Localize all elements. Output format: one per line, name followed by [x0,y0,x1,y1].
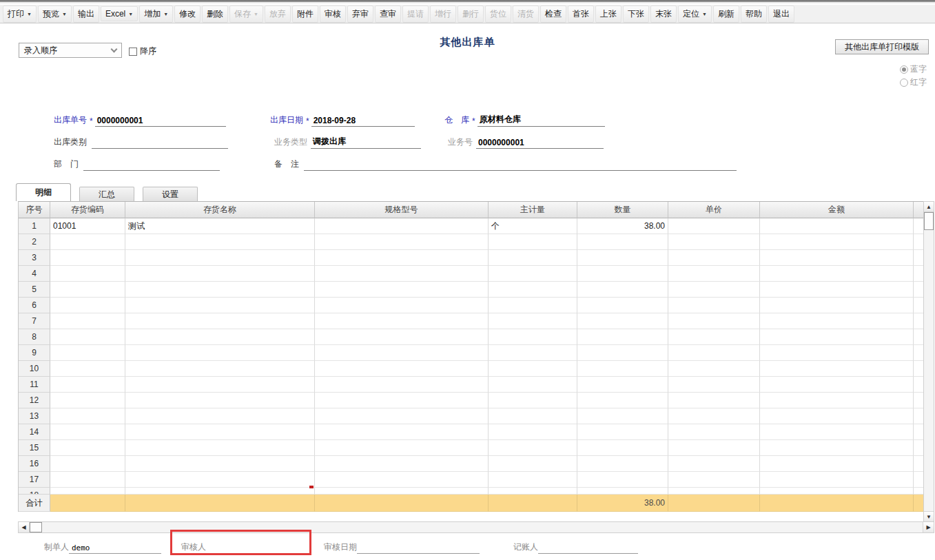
toolbar-button-locate[interactable]: 定位▼ [678,6,712,23]
grid-cell[interactable] [760,266,914,282]
grid-cell[interactable] [125,377,315,393]
grid-cell[interactable] [668,440,760,456]
toolbar-button-delete[interactable]: 删除 [202,6,228,23]
grid-cell[interactable] [125,361,315,377]
grid-cell[interactable] [125,234,315,250]
grid-cell[interactable] [760,298,914,313]
grid-cell[interactable]: 个 [489,218,577,234]
grid-cell[interactable] [50,440,125,456]
grid-cell[interactable] [668,345,760,361]
grid-cell[interactable] [668,282,760,298]
grid-cell[interactable]: 测试 [125,218,315,234]
grid-cell[interactable] [760,456,914,472]
toolbar-button-prev[interactable]: 上张 [595,6,621,23]
grid-cell[interactable] [315,282,489,298]
grid-cell[interactable]: 01001 [50,218,125,234]
grid-cell[interactable] [668,393,760,408]
grid-cell[interactable] [760,218,914,234]
memo-input[interactable] [304,169,737,171]
grid-cell[interactable] [760,282,914,298]
grid-cell[interactable] [125,408,315,424]
grid-cell[interactable] [315,329,489,345]
grid-cell[interactable] [50,377,125,393]
grid-cell[interactable] [489,488,577,495]
grid-cell[interactable] [50,408,125,424]
grid-cell[interactable] [315,472,489,488]
grid-cell[interactable] [668,377,760,393]
grid-cell[interactable] [489,329,577,345]
grid-cell[interactable] [315,345,489,361]
grid-cell[interactable] [577,361,668,377]
grid-cell[interactable] [668,234,760,250]
grid-cell[interactable] [489,377,577,393]
grid-cell[interactable] [50,282,125,298]
toolbar-button-refresh[interactable]: 刷新 [713,6,739,23]
grid-cell[interactable] [489,408,577,424]
grid-cell[interactable] [760,234,914,250]
grid-cell[interactable] [125,393,315,408]
grid-cell[interactable] [577,393,668,408]
grid-cell[interactable] [125,345,315,361]
order-number-input[interactable]: 0000000001 [95,116,226,127]
order-date-input[interactable]: 2018-09-28 [311,116,415,127]
grid-cell[interactable] [50,345,125,361]
grid-cell[interactable] [577,424,668,440]
horizontal-scroll-thumb[interactable] [30,522,42,532]
grid-cell[interactable] [50,393,125,408]
scroll-up-button[interactable]: ▲ [924,202,934,212]
grid-cell[interactable] [50,456,125,472]
grid-cell[interactable] [668,408,760,424]
grid-cell[interactable] [125,250,315,266]
radio-red-ink[interactable]: 红字 [900,76,927,88]
grid-cell[interactable] [577,472,668,488]
scroll-right-button[interactable]: ▶ [923,522,934,532]
grid-cell[interactable] [489,313,577,329]
grid-cell[interactable] [577,329,668,345]
grid-cell[interactable] [577,282,668,298]
tab-summary[interactable]: 汇总 [79,187,134,201]
grid-cell[interactable] [50,298,125,313]
grid-cell[interactable] [125,266,315,282]
toolbar-button-print[interactable]: 打印▼ [3,6,37,23]
grid-cell[interactable] [50,424,125,440]
grid-cell[interactable] [125,424,315,440]
grid-cell[interactable] [315,393,489,408]
grid-cell[interactable] [50,234,125,250]
grid-cell[interactable] [489,250,577,266]
grid-cell[interactable] [50,488,125,495]
toolbar-button-audit[interactable]: 审核 [320,6,346,23]
toolbar-button-exit[interactable]: 退出 [768,6,794,23]
toolbar-button-first[interactable]: 首张 [568,6,594,23]
grid-cell[interactable] [577,345,668,361]
grid-cell[interactable] [760,408,914,424]
grid-cell[interactable] [577,313,668,329]
grid-cell[interactable] [315,440,489,456]
grid-cell[interactable] [760,377,914,393]
grid-cell[interactable] [50,329,125,345]
grid-cell[interactable] [315,266,489,282]
grid-cell[interactable] [760,313,914,329]
grid-cell[interactable] [577,408,668,424]
grid-cell[interactable] [668,456,760,472]
toolbar-button-last[interactable]: 末张 [650,6,677,23]
grid-cell[interactable] [315,234,489,250]
grid-cell[interactable] [577,377,668,393]
grid-cell[interactable] [125,488,315,495]
grid-cell[interactable] [668,472,760,488]
grid-cell[interactable] [760,393,914,408]
grid-cell[interactable] [315,408,489,424]
grid-cell[interactable] [315,377,489,393]
grid-cell[interactable] [125,329,315,345]
grid-cell[interactable] [315,298,489,313]
department-input[interactable] [83,169,220,171]
grid-cell[interactable] [50,250,125,266]
vertical-scrollbar[interactable]: ▲ ▼ [923,201,934,522]
grid-cell[interactable] [489,345,577,361]
toolbar-button-unaudit[interactable]: 弃审 [347,6,373,23]
toolbar-button-check-audit[interactable]: 查审 [375,6,401,23]
grid-cell[interactable] [50,361,125,377]
outbound-category-input[interactable] [92,147,228,149]
tab-settings[interactable]: 设置 [143,187,198,201]
grid-cell[interactable] [760,345,914,361]
grid-cell[interactable] [760,488,914,495]
